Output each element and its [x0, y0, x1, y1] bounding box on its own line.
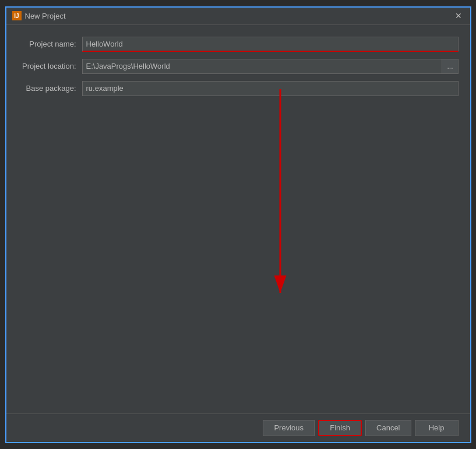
browse-button[interactable]: ...: [442, 59, 458, 74]
new-project-dialog: IJ New Project ✕ Project name: Project l…: [5, 6, 471, 443]
project-name-input[interactable]: [82, 37, 459, 52]
dialog-footer: Previous Finish Cancel Help: [6, 413, 470, 442]
project-location-label: Project location:: [18, 62, 82, 70]
base-package-label: Base package:: [18, 84, 82, 93]
project-location-row: Project location: ...: [18, 59, 459, 74]
cancel-button[interactable]: Cancel: [365, 420, 411, 436]
project-name-row: Project name:: [18, 37, 459, 52]
close-button[interactable]: ✕: [453, 12, 464, 20]
project-location-input-group: ...: [82, 59, 459, 74]
previous-button[interactable]: Previous: [263, 420, 315, 436]
project-name-label: Project name:: [18, 40, 82, 48]
arrow-annotation: [210, 83, 385, 316]
help-button[interactable]: Help: [415, 420, 459, 436]
app-icon: IJ: [12, 11, 22, 20]
dialog-content: Project name: Project location: ... Base…: [6, 25, 470, 413]
dialog-title: New Project: [25, 12, 453, 20]
project-location-input[interactable]: [82, 59, 443, 74]
finish-button[interactable]: Finish: [318, 420, 362, 436]
titlebar: IJ New Project ✕: [6, 8, 470, 25]
